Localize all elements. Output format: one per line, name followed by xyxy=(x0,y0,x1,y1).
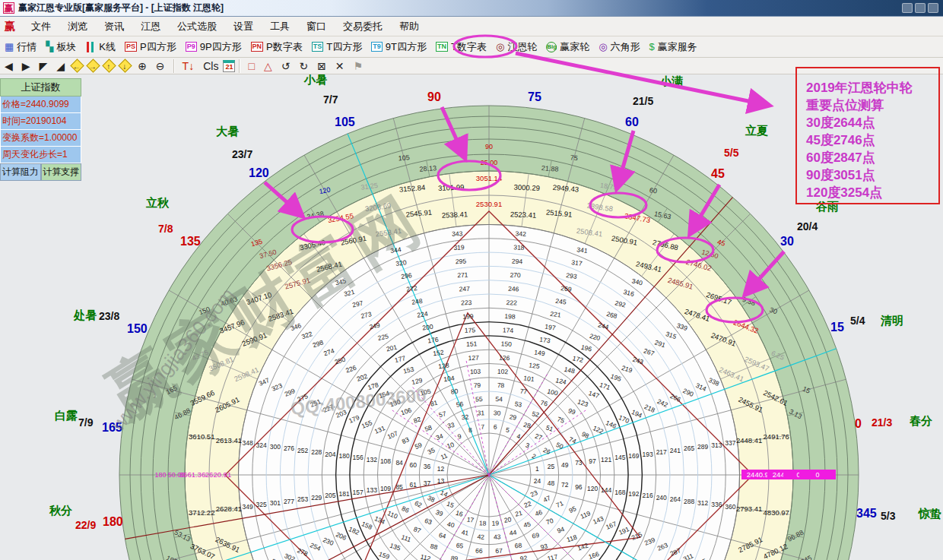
rotate-fwd-icon[interactable]: ◢ xyxy=(52,59,69,74)
svg-text:67: 67 xyxy=(495,547,503,555)
menu-bar: 赢 文件浏览资讯江恩公式选股设置工具窗口交易委托帮助 xyxy=(0,17,943,36)
svg-text:32: 32 xyxy=(461,413,469,421)
page-prev-icon[interactable]: ◀ xyxy=(0,59,17,74)
ps-icon: PS xyxy=(125,42,137,52)
svg-text:2448.41: 2448.41 xyxy=(736,436,762,445)
svg-text:2620.91: 2620.91 xyxy=(205,470,231,479)
wheel-label-5/5: 5/5 xyxy=(724,147,739,159)
svg-text:240: 240 xyxy=(656,494,667,501)
toolbar-button-赢家轮[interactable]: Big赢家轮 xyxy=(541,39,594,55)
center-cross-icon[interactable]: ✕ xyxy=(331,59,349,74)
gann-wheel-icon: ◎ xyxy=(496,42,504,52)
menu-资讯[interactable]: 资讯 xyxy=(96,18,132,34)
svg-text:151: 151 xyxy=(466,340,478,348)
rotate-back-icon[interactable]: ◤ xyxy=(35,59,52,74)
svg-text:253: 253 xyxy=(297,495,308,503)
svg-text:60: 60 xyxy=(410,461,418,469)
wheel-label-150: 150 xyxy=(127,322,148,335)
menu-交易委托[interactable]: 交易委托 xyxy=(335,18,391,34)
ts-icon: TS xyxy=(312,42,324,52)
svg-text:3101.99: 3101.99 xyxy=(438,182,465,192)
zoom-in-icon[interactable]: ⊕ xyxy=(133,59,151,74)
menu-公式选股[interactable]: 公式选股 xyxy=(169,18,225,34)
svg-text:272: 272 xyxy=(406,284,418,293)
page-next-icon[interactable]: ▶ xyxy=(17,59,35,74)
redo-icon[interactable]: ↻ xyxy=(294,59,313,74)
svg-text:144: 144 xyxy=(601,486,611,494)
toolbar-button-江恩轮[interactable]: ◎江恩轮 xyxy=(491,39,541,55)
menu-帮助[interactable]: 帮助 xyxy=(391,18,427,34)
svg-text:270: 270 xyxy=(510,271,521,280)
pan-up-icon[interactable]: ↑ xyxy=(102,59,116,72)
menu-江恩[interactable]: 江恩 xyxy=(132,18,169,34)
svg-text:181: 181 xyxy=(338,490,349,498)
wheel-label-春分: 春分 xyxy=(909,414,932,427)
svg-text:6: 6 xyxy=(494,422,497,430)
toolbar-button-行情[interactable]: ▦行情 xyxy=(0,39,41,55)
pan-right-icon[interactable]: → xyxy=(86,59,100,72)
t-scale-icon[interactable]: T↓ xyxy=(178,59,199,74)
toolbar-button-9T四方形[interactable]: T99T四方形 xyxy=(367,39,431,55)
close-icon[interactable] xyxy=(928,3,938,13)
toolbar-button-9P四方形[interactable]: P99P四方形 xyxy=(181,39,246,55)
wheel-label-45: 45 xyxy=(711,167,725,180)
svg-text:265: 265 xyxy=(684,445,694,452)
menu-浏览[interactable]: 浏览 xyxy=(59,18,96,34)
svg-text:65: 65 xyxy=(456,541,464,549)
toolbar-button-T四方形[interactable]: TST四方形 xyxy=(307,39,367,55)
svg-text:3051.14: 3051.14 xyxy=(476,174,502,182)
menu-文件[interactable]: 文件 xyxy=(23,18,59,34)
calc-support-button[interactable]: 计算支撑 xyxy=(41,163,82,181)
menu-工具[interactable]: 工具 xyxy=(262,18,298,34)
toolbar-button-板块[interactable]: ▚板块 xyxy=(41,39,81,55)
svg-text:342: 342 xyxy=(515,229,526,238)
hexagon-icon: ◎ xyxy=(599,42,607,52)
calc-resistance-button[interactable]: 计算阻力 xyxy=(0,163,41,181)
toolbar-button-P数字表[interactable]: PNP数字表 xyxy=(246,39,307,55)
menu-窗口[interactable]: 窗口 xyxy=(298,18,335,34)
pan-down-icon[interactable]: ↓ xyxy=(118,59,132,72)
square-tool-icon[interactable]: □ xyxy=(243,59,259,74)
minimize-icon[interactable] xyxy=(902,3,913,13)
svg-text:126: 126 xyxy=(499,354,510,362)
toolbar-button-赢家服务[interactable]: $赢家服务 xyxy=(645,39,702,55)
svg-text:200: 200 xyxy=(422,323,434,332)
svg-text:324: 324 xyxy=(256,441,267,449)
undo-icon[interactable]: ↺ xyxy=(277,59,295,74)
svg-text:132: 132 xyxy=(367,456,377,464)
svg-text:296: 296 xyxy=(401,271,413,280)
svg-text:318: 318 xyxy=(513,243,525,252)
wheel-label-60: 60 xyxy=(625,115,639,128)
svg-text:3000.29: 3000.29 xyxy=(513,182,540,192)
present-icon[interactable]: ⚑ xyxy=(349,59,368,74)
toolbar-button-P四方形[interactable]: PSP四方形 xyxy=(120,39,181,55)
svg-text:2793.41: 2793.41 xyxy=(736,505,762,513)
cls-button[interactable]: Cls xyxy=(198,59,223,74)
svg-text:7: 7 xyxy=(481,422,484,430)
toolbar-button-六角形[interactable]: ◎六角形 xyxy=(594,39,644,55)
svg-text:216: 216 xyxy=(643,492,653,499)
p9-icon: P9 xyxy=(186,42,197,52)
wheel-label-21/3: 21/3 xyxy=(872,416,892,429)
maximize-icon[interactable] xyxy=(915,3,926,13)
zoom-out-icon[interactable]: ⊖ xyxy=(151,59,170,74)
toolbar-button-K线[interactable]: K线 xyxy=(81,39,120,55)
window-controls[interactable] xyxy=(902,3,938,13)
svg-text:271: 271 xyxy=(457,271,468,280)
svg-text:150: 150 xyxy=(500,340,512,348)
wheel-label-120: 120 xyxy=(249,166,269,179)
toolbar-label: P数字表 xyxy=(266,40,303,54)
menu-设置[interactable]: 设置 xyxy=(225,18,262,34)
triangle-tool-icon[interactable]: △ xyxy=(259,59,277,74)
wheel-label-5/3: 5/3 xyxy=(881,510,896,522)
wheel-label-30: 30 xyxy=(780,235,794,248)
svg-text:293: 293 xyxy=(566,271,578,280)
box-select-icon[interactable]: ⊠ xyxy=(313,59,331,74)
wheel-label-白露: 白露 xyxy=(55,409,78,422)
pan-left-icon[interactable]: ← xyxy=(70,59,84,72)
svg-text:2491.76: 2491.76 xyxy=(764,432,789,441)
note-line: 90度3051点 xyxy=(806,166,938,184)
calendar-icon[interactable]: 21 xyxy=(223,60,235,72)
toolbar-button-T数字表[interactable]: TNT数字表 xyxy=(431,39,491,55)
app-icon: 赢 xyxy=(3,2,14,14)
